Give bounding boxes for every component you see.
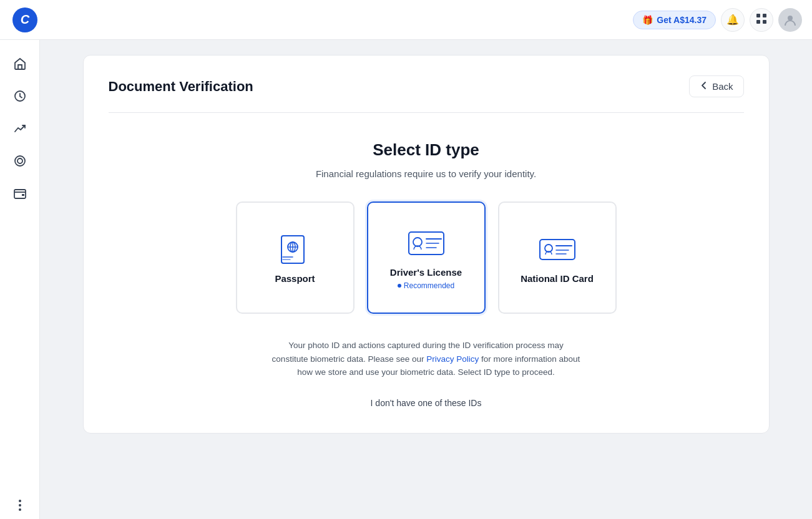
bell-icon: 🔔: [726, 14, 739, 26]
sidebar-item-wallet[interactable]: [6, 180, 34, 207]
svg-rect-2: [756, 20, 760, 24]
national-id-icon: [537, 235, 577, 264]
svg-rect-0: [756, 14, 760, 17]
svg-point-6: [15, 156, 25, 166]
sidebar-item-home[interactable]: [6, 50, 34, 77]
topbar: C 🎁 Get A$14.37 🔔: [0, 0, 812, 40]
svg-point-4: [788, 16, 793, 21]
sidebar-item-history[interactable]: [6, 82, 34, 110]
sidebar-item-more[interactable]: [6, 492, 34, 519]
passport-option[interactable]: Passport: [236, 201, 355, 314]
privacy-link-text: Privacy Policy: [426, 354, 479, 364]
content-area: Select ID type Financial regulations req…: [109, 128, 744, 408]
sidebar: [0, 40, 40, 519]
select-id-subtitle: Financial regulations require us to veri…: [316, 168, 536, 179]
main-card: Document Verification Back Select ID typ…: [83, 55, 770, 434]
grid-icon: [756, 13, 767, 27]
drivers-license-icon: [406, 228, 446, 258]
chevron-left-icon: [700, 81, 708, 92]
topbar-left: C: [0, 7, 37, 32]
sidebar-item-analytics[interactable]: [6, 115, 34, 142]
privacy-notice: Your photo ID and actions captured durin…: [270, 339, 582, 379]
passport-icon: [275, 235, 315, 264]
select-id-heading: Select ID type: [373, 140, 479, 160]
drivers-license-option[interactable]: Driver's License Recommended: [367, 201, 486, 314]
svg-rect-9: [22, 194, 24, 196]
sidebar-item-rewards[interactable]: [6, 147, 34, 175]
drivers-license-label: Driver's License: [390, 267, 462, 278]
id-card-options: Passport Driver's Licens: [236, 201, 617, 314]
svg-point-26: [545, 245, 552, 252]
grid-button[interactable]: [750, 8, 773, 32]
no-id-link[interactable]: I don't have one of these IDs: [371, 398, 482, 408]
card-header: Document Verification Back: [109, 75, 744, 113]
recommended-dot: [398, 284, 401, 288]
svg-rect-1: [763, 14, 766, 17]
main-content: Document Verification Back Select ID typ…: [40, 40, 812, 519]
avatar[interactable]: [778, 8, 802, 32]
svg-point-12: [19, 508, 21, 511]
logo[interactable]: C: [12, 7, 37, 32]
national-id-label: National ID Card: [521, 273, 594, 284]
back-label: Back: [712, 81, 733, 92]
gift-icon: 🎁: [642, 15, 653, 25]
svg-point-7: [17, 158, 22, 163]
reward-button[interactable]: 🎁 Get A$14.37: [633, 11, 716, 29]
topbar-right: 🎁 Get A$14.37 🔔: [633, 8, 802, 32]
notification-button[interactable]: 🔔: [721, 8, 745, 32]
recommended-badge: Recommended: [398, 281, 454, 290]
reward-label: Get A$14.37: [657, 15, 707, 25]
svg-point-11: [19, 504, 21, 507]
privacy-policy-link[interactable]: Privacy Policy: [426, 354, 479, 364]
svg-point-10: [19, 500, 21, 502]
svg-point-21: [413, 238, 422, 246]
svg-rect-3: [763, 20, 766, 24]
page-title: Document Verification: [109, 79, 253, 95]
national-id-option[interactable]: National ID Card: [498, 201, 617, 314]
back-button[interactable]: Back: [689, 75, 743, 97]
recommended-text: Recommended: [404, 281, 454, 290]
passport-label: Passport: [275, 273, 315, 284]
